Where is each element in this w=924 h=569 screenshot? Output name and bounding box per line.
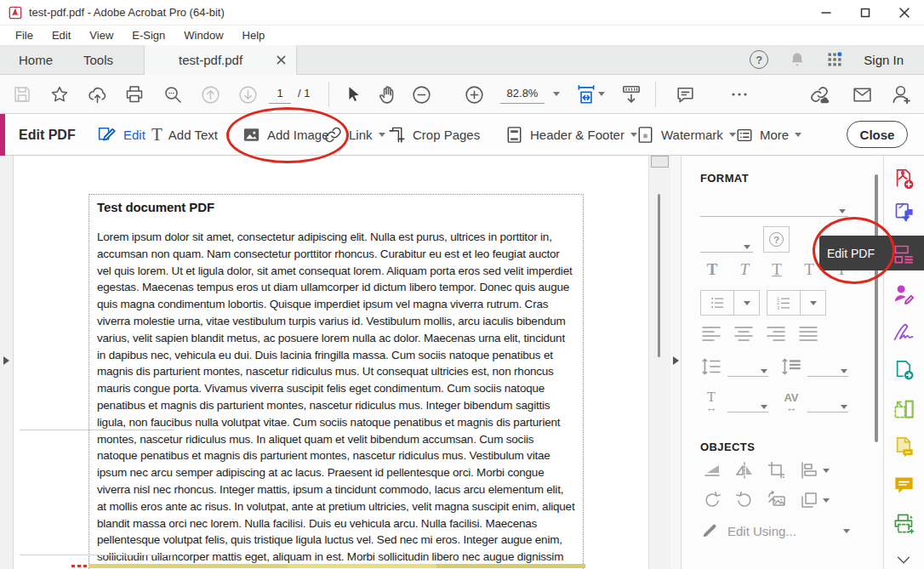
rotate-clockwise-button[interactable] — [733, 490, 756, 510]
panel-scrollbar-thumb[interactable] — [875, 174, 878, 442]
align-objects-caret-icon[interactable] — [823, 469, 830, 473]
tool-create-pdf[interactable] — [888, 163, 919, 194]
zoom-level-input[interactable]: 82.8% — [500, 83, 545, 104]
edit-using-caret-icon[interactable] — [843, 529, 850, 533]
crop-pages-button[interactable]: Crop Pages — [387, 114, 480, 156]
tool-review-document[interactable] — [888, 431, 919, 462]
zoom-out-icon[interactable] — [407, 80, 436, 109]
align-right-button[interactable] — [765, 325, 787, 342]
numbered-list-caret-icon[interactable] — [800, 291, 825, 315]
align-left-button[interactable] — [700, 325, 722, 342]
bold-button[interactable]: T — [699, 260, 725, 282]
minimize-button[interactable] — [807, 0, 846, 26]
close-edit-pdf-button[interactable]: Close — [847, 121, 908, 148]
font-family-select[interactable] — [700, 216, 848, 217]
menu-esign[interactable]: E-Sign — [123, 27, 174, 43]
cloud-upload-icon[interactable] — [83, 80, 111, 109]
scrollbar-top-box[interactable] — [651, 156, 669, 168]
help-icon[interactable]: ? — [750, 50, 768, 69]
line-spacing-input[interactable] — [727, 376, 768, 377]
italic-button[interactable]: T — [732, 260, 757, 282]
tool-fill-sign[interactable] — [888, 278, 919, 309]
document-scrollbar[interactable] — [648, 156, 670, 569]
watermark-button[interactable]: Watermark — [636, 114, 736, 156]
select-tool-icon[interactable] — [339, 80, 368, 109]
previous-page-icon[interactable] — [196, 80, 225, 109]
menu-window[interactable]: Window — [175, 27, 231, 43]
rotate-counterclockwise-button[interactable] — [700, 490, 723, 510]
character-spacing-input[interactable] — [807, 412, 848, 413]
tool-scan-ocr[interactable] — [888, 508, 919, 538]
hide-toolbar-icon[interactable] — [617, 80, 646, 109]
paragraph-spacing-input[interactable] — [807, 376, 848, 377]
close-window-button[interactable] — [885, 0, 924, 26]
font-size-caret-icon[interactable] — [744, 245, 750, 249]
sign-in-button[interactable]: Sign In — [864, 53, 904, 67]
hand-tool-icon[interactable] — [373, 80, 402, 109]
send-email-icon[interactable] — [847, 80, 876, 109]
line-spacing-caret-icon[interactable] — [761, 369, 767, 373]
notifications-bell-icon[interactable] — [789, 51, 806, 68]
app-switcher-grid-icon[interactable] — [826, 51, 843, 68]
link-button[interactable]: Link — [323, 114, 385, 156]
tool-send-pdf[interactable] — [888, 355, 919, 385]
flip-vertical-button[interactable] — [700, 460, 723, 481]
page-number-input[interactable]: 1 — [269, 83, 291, 104]
edit-using-button[interactable]: Edit Using... — [700, 519, 855, 543]
align-justify-button[interactable] — [797, 325, 819, 342]
add-text-button[interactable]: T Add Text — [151, 114, 218, 156]
replace-image-button[interactable] — [765, 490, 788, 510]
tab-home[interactable]: Home — [3, 45, 68, 75]
menu-help[interactable]: Help — [234, 27, 274, 43]
underline-button[interactable]: T — [764, 260, 790, 282]
character-spacing-caret-icon[interactable] — [841, 405, 847, 409]
scrollbar-thumb[interactable] — [658, 194, 660, 357]
fit-dropdown-caret-icon[interactable] — [598, 92, 605, 96]
menu-view[interactable]: View — [81, 27, 122, 43]
editable-text-block[interactable]: Test document PDF Lorem ipsum dolor sit … — [88, 194, 584, 569]
numbered-list-button[interactable]: 123 — [767, 290, 826, 316]
font-help-button[interactable]: ? — [763, 226, 790, 253]
align-center-button[interactable] — [733, 325, 755, 342]
strikethrough-button[interactable]: T — [796, 260, 822, 282]
zoom-in-icon[interactable] — [459, 80, 488, 109]
more-tools-ellipsis-icon[interactable] — [725, 80, 754, 109]
tab-tools[interactable]: Tools — [68, 45, 128, 75]
tool-comment[interactable] — [888, 469, 919, 500]
print-icon[interactable] — [120, 80, 149, 109]
arrange-objects-button[interactable] — [797, 490, 831, 510]
paragraph-spacing-caret-icon[interactable] — [841, 369, 847, 373]
menu-file[interactable]: File — [7, 27, 42, 43]
save-icon[interactable] — [8, 80, 37, 109]
maximize-button[interactable] — [846, 0, 885, 26]
tool-edit-pdf[interactable] — [888, 238, 919, 269]
horizontal-scale-caret-icon[interactable] — [761, 405, 767, 409]
comment-icon[interactable] — [670, 80, 699, 109]
flip-horizontal-button[interactable] — [733, 460, 756, 481]
tools-expand-chevron-icon[interactable] — [888, 544, 919, 569]
align-objects-button[interactable] — [797, 460, 831, 481]
font-size-select[interactable] — [700, 252, 753, 253]
add-image-button[interactable]: Add Image — [242, 114, 329, 156]
search-icon[interactable] — [158, 80, 187, 109]
tool-optimize-pdf[interactable] — [888, 393, 919, 424]
tool-request-signatures[interactable] — [888, 316, 919, 347]
font-family-caret-icon[interactable] — [839, 209, 846, 213]
star-favorite-icon[interactable] — [45, 80, 74, 109]
tool-export-pdf[interactable] — [888, 197, 919, 228]
right-panel-expander-icon[interactable] — [673, 356, 679, 365]
tab-close-icon[interactable] — [277, 55, 286, 65]
more-button[interactable]: More — [735, 114, 801, 156]
horizontal-scale-input[interactable] — [727, 412, 768, 413]
share-with-others-icon[interactable] — [887, 80, 915, 109]
edit-mode-button[interactable]: Edit — [96, 114, 145, 156]
tab-document[interactable]: test-pdf.pdf — [144, 45, 297, 75]
bulleted-list-button[interactable] — [700, 290, 760, 316]
zoom-dropdown-caret-icon[interactable] — [553, 92, 560, 96]
header-footer-button[interactable]: Header & Footer — [505, 114, 637, 156]
bulleted-list-caret-icon[interactable] — [733, 291, 759, 315]
next-page-icon[interactable] — [233, 80, 262, 109]
fit-width-icon[interactable] — [572, 80, 601, 109]
left-panel-expander-icon[interactable] — [3, 356, 9, 365]
crop-object-button[interactable] — [765, 460, 788, 481]
